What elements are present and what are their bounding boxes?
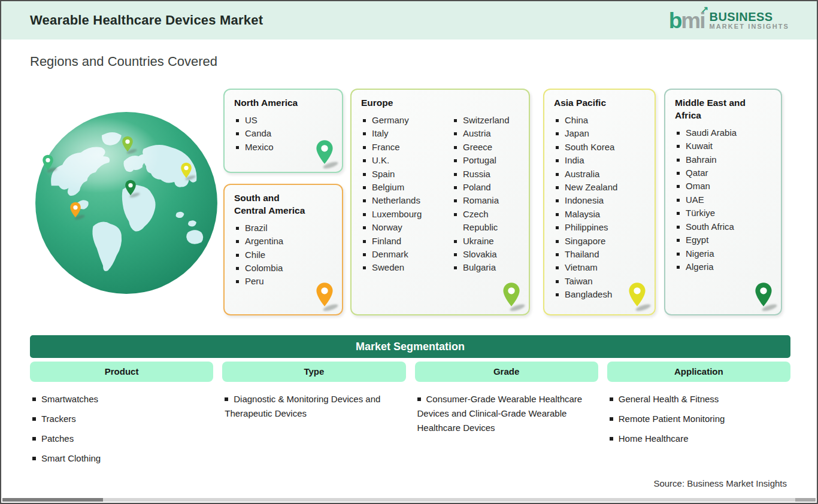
list-item: Germany <box>361 114 449 127</box>
list-item: Argentina <box>234 235 334 248</box>
list-item: India <box>554 154 646 167</box>
list-item: Luxembourg <box>361 208 449 221</box>
region-card-europe: Europe GermanyItalyFranceU.K.SpainBelgiu… <box>350 89 530 315</box>
segment-header-application: Application <box>607 362 790 382</box>
list-item: Norway <box>361 221 449 234</box>
list-item: Egypt <box>675 233 772 247</box>
region-title-europe: Europe <box>361 97 520 110</box>
horizontal-scrollbar-track[interactable] <box>2 498 816 502</box>
list-item: Malaysia <box>554 208 646 221</box>
list-item: Kuwait <box>675 139 772 153</box>
globe-pin-north-america <box>42 154 54 171</box>
segment-items-application: General Health & FitnessRemote Patient M… <box>607 392 790 446</box>
globe-pin-europe <box>122 136 134 152</box>
logo-wordmark: BUSINESS MARKET INSIGHTS <box>709 11 789 31</box>
segmentation-column-type: Type Diagnostic & Monitoring Devices and… <box>222 362 405 471</box>
list-item: Home Healthcare <box>610 432 788 446</box>
logo-wordmark-line2: MARKET INSIGHTS <box>709 23 789 31</box>
list-item: Netherlands <box>361 194 449 207</box>
list-item: U.K. <box>361 154 449 167</box>
list-item: Singapore <box>554 235 646 248</box>
list-item: Smart Clothing <box>32 451 211 466</box>
list-item: Denmark <box>361 248 449 261</box>
list-item: Smartwatches <box>32 392 211 406</box>
segment-header-product: Product <box>30 362 213 382</box>
segmentation-column-grade: Grade Consumer-Grade Wearable Healthcare… <box>415 362 598 471</box>
region-card-north-america: North America USCandaMexico <box>223 89 343 173</box>
market-segmentation-banner: Market Segmentation <box>30 335 790 358</box>
list-item: Bahrain <box>675 153 772 166</box>
header-band: Wearable Healthcare Devices Market bmi ↗… <box>1 1 817 40</box>
infographic-page: Wearable Healthcare Devices Market bmi ↗… <box>0 0 818 504</box>
list-item: Türkiye <box>675 207 772 220</box>
logo-letter-b: b <box>669 8 681 33</box>
segment-header-type: Type <box>222 362 405 382</box>
list-item: Oman <box>675 180 772 193</box>
segment-items-grade: Consumer-Grade Wearable Healthcare Devic… <box>415 392 598 435</box>
logo-wordmark-line1: BUSINESS <box>709 11 789 23</box>
list-item: Italy <box>361 127 449 140</box>
list-item: US <box>234 114 334 127</box>
segmentation-grid: Product SmartwatchesTrackersPatchesSmart… <box>30 362 790 471</box>
region-card-south-central-america: South and Central America BrazilArgentin… <box>223 184 343 315</box>
region-card-asia-pacific: Asia Pacific ChinaJapanSouth KoreaIndiaA… <box>543 89 656 315</box>
horizontal-scrollbar-endcap <box>795 498 816 502</box>
globe-pin-asia-pacific <box>180 162 192 178</box>
globe-illustration <box>34 111 219 295</box>
list-item: Algeria <box>675 260 772 274</box>
page-title: Wearable Healthcare Devices Market <box>30 13 263 28</box>
list-item: Consumer-Grade Wearable Healthcare Devic… <box>417 392 596 435</box>
list-item: Philippines <box>554 221 646 234</box>
horizontal-scrollbar-thumb[interactable] <box>2 498 103 502</box>
list-item: Greece <box>452 141 520 154</box>
list-item: General Health & Fitness <box>610 392 788 406</box>
globe-pin-south-america <box>69 202 81 218</box>
segmentation-column-product: Product SmartwatchesTrackersPatchesSmart… <box>30 362 213 471</box>
globe-pin-middle-east <box>125 180 137 196</box>
europe-columns: GermanyItalyFranceU.K.SpainBelgiumNether… <box>361 114 520 275</box>
bmi-logo-mark: bmi ↗ <box>669 10 705 32</box>
list-item: Spain <box>361 168 449 181</box>
list-item: Sweden <box>361 261 449 274</box>
country-list-asia-pacific: ChinaJapanSouth KoreaIndiaAustraliaNew Z… <box>554 114 646 302</box>
list-item: South Korea <box>554 141 646 154</box>
list-item: Diagnostic & Monitoring Devices and Ther… <box>225 392 403 421</box>
list-item: Slovakia <box>452 248 520 261</box>
country-list-middle-east-africa: Saudi ArabiaKuwaitBahrainQatarOmanUAETür… <box>675 126 772 274</box>
list-item: Brazil <box>234 221 334 235</box>
country-list-europe-col1: GermanyItalyFranceU.K.SpainBelgiumNether… <box>361 114 449 275</box>
section-title: Regions and Countries Covered <box>30 54 217 69</box>
list-item: Russia <box>452 168 520 181</box>
list-item: Portugal <box>452 154 520 167</box>
list-item: Poland <box>452 181 520 194</box>
list-item: UAE <box>675 193 772 207</box>
list-item: Belgium <box>361 181 449 194</box>
region-title-north-america: North America <box>234 97 334 110</box>
list-item: Chile <box>234 248 334 262</box>
pin-icon-europe <box>502 282 520 309</box>
list-item: Patches <box>32 432 211 446</box>
list-item: Switzerland <box>452 114 520 127</box>
list-item: Qatar <box>675 166 772 180</box>
list-item: Canda <box>234 127 334 140</box>
region-title-asia-pacific: Asia Pacific <box>554 97 646 110</box>
list-item: Trackers <box>32 412 211 426</box>
segmentation-column-application: Application General Health & FitnessRemo… <box>607 362 790 471</box>
region-title-middle-east-africa: Middle East and Africa <box>675 97 772 122</box>
segment-items-type: Diagnostic & Monitoring Devices and Ther… <box>222 392 405 421</box>
list-item: Indonesia <box>554 194 646 207</box>
list-item: Finland <box>361 235 449 248</box>
bmi-logo: bmi ↗ BUSINESS MARKET INSIGHTS <box>669 10 789 32</box>
segment-header-grade: Grade <box>415 362 598 382</box>
logo-arrow-icon: ↗ <box>701 5 709 14</box>
list-item: Saudi Arabia <box>675 126 772 139</box>
list-item: Bulgaria <box>452 261 520 274</box>
country-list-south-central-america: BrazilArgentinaChileColombiaPeru <box>234 221 334 289</box>
list-item: China <box>554 114 646 127</box>
pin-icon-asia-pacific <box>628 282 646 309</box>
pin-icon-south-central-america <box>316 282 334 309</box>
list-item: Ukraine <box>452 235 520 248</box>
list-item: New Zealand <box>554 181 646 194</box>
source-note: Source: Business Market Insights <box>653 478 787 488</box>
list-item: Colombia <box>234 262 334 275</box>
